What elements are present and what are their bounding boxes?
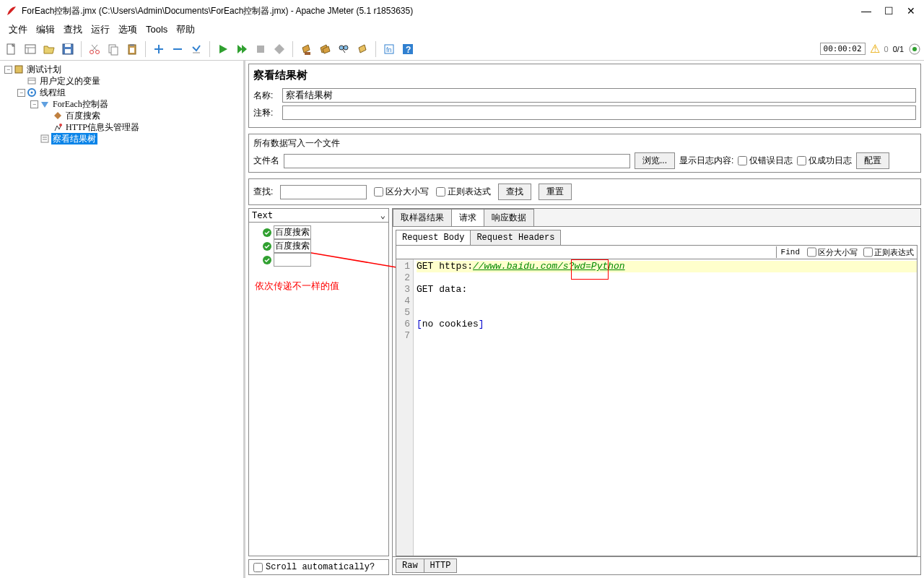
active-threads-icon: [908, 43, 921, 56]
reset-button[interactable]: 重置: [539, 184, 572, 200]
new-button[interactable]: [3, 40, 20, 58]
code-content: GET https://www.baidu.com/s?wd=Python GE…: [414, 259, 917, 556]
render-selector[interactable]: Text⌄: [248, 208, 389, 223]
result-item-selected[interactable]: 百度搜索: [274, 253, 311, 267]
save-button[interactable]: [59, 40, 77, 58]
subtab-request-body[interactable]: Request Body: [396, 230, 471, 245]
svg-rect-6: [65, 44, 71, 47]
start-button[interactable]: [214, 40, 232, 58]
right-panel: 察看结果树 名称: 注释: 所有数据写入一个文件 文件名 浏览... 显示日志内…: [245, 61, 924, 578]
tab-request[interactable]: 请求: [451, 209, 484, 226]
test-plan-tree[interactable]: −测试计划 用户定义的变量 −线程组 −ForEach控制器 百度搜索 HTTP…: [0, 61, 245, 578]
tree-node-foreach[interactable]: ForEach控制器: [51, 98, 110, 110]
warning-icon: ⚠: [870, 42, 880, 56]
filename-input[interactable]: [284, 154, 630, 168]
tree-node-results[interactable]: 察看结果树: [51, 133, 97, 144]
menu-tools[interactable]: Tools: [141, 22, 172, 36]
reset-search-button[interactable]: [354, 40, 371, 58]
function-helper-button[interactable]: fn: [380, 40, 398, 58]
tree-node-threadgroup[interactable]: 线程组: [38, 87, 67, 98]
tree-node-baidu[interactable]: 百度搜索: [64, 110, 102, 121]
clear-button[interactable]: [297, 40, 315, 58]
search-input[interactable]: [280, 185, 367, 199]
testplan-icon: [14, 64, 24, 74]
comment-label: 注释:: [253, 107, 282, 119]
svg-point-35: [31, 92, 33, 94]
maximize-button[interactable]: ☐: [884, 5, 894, 17]
btab-raw[interactable]: Raw: [396, 558, 424, 573]
result-items[interactable]: 百度搜索 百度搜索 百度搜索 依次传递不一样的值: [248, 223, 389, 556]
expand-button[interactable]: [150, 40, 167, 58]
copy-button[interactable]: [105, 40, 122, 58]
only-success-checkbox[interactable]: 仅成功日志: [797, 155, 852, 167]
browse-button[interactable]: 浏览...: [635, 152, 675, 169]
help-button[interactable]: ?: [399, 40, 417, 58]
svg-rect-20: [257, 46, 264, 53]
find-input[interactable]: [396, 246, 776, 259]
chevron-down-icon: ⌄: [380, 210, 385, 220]
case-checkbox[interactable]: 区分大小写: [374, 186, 429, 198]
file-section: 所有数据写入一个文件 文件名 浏览... 显示日志内容: 仅错误日志 仅成功日志…: [248, 134, 921, 173]
menu-file[interactable]: 文件: [4, 22, 32, 38]
comment-input[interactable]: [282, 105, 916, 120]
search-icon-button[interactable]: [335, 40, 352, 58]
stop-button[interactable]: [252, 40, 269, 58]
menu-options[interactable]: 选项: [114, 22, 141, 38]
tree-toggle[interactable]: −: [4, 66, 12, 74]
tree-node-headermgr[interactable]: HTTP信息头管理器: [64, 121, 141, 133]
tree-toggle[interactable]: −: [30, 100, 38, 108]
search-label: 查找:: [253, 186, 273, 198]
tree-node-testplan[interactable]: 测试计划: [25, 64, 63, 75]
svg-line-10: [92, 45, 97, 51]
svg-point-30: [912, 47, 917, 51]
subtab-request-headers[interactable]: Request Headers: [470, 230, 561, 245]
templates-button[interactable]: [22, 40, 39, 58]
menu-search[interactable]: 查找: [59, 22, 87, 38]
find-case-checkbox[interactable]: 区分大小写: [804, 246, 860, 259]
regex-checkbox[interactable]: 正则表达式: [436, 186, 491, 198]
tree-toggle[interactable]: −: [17, 89, 25, 97]
result-item[interactable]: 百度搜索: [274, 239, 311, 253]
header-manager-icon: [53, 122, 63, 132]
line-gutter: 1234567: [396, 259, 414, 556]
svg-point-22: [339, 46, 344, 50]
tab-sampler-result[interactable]: 取样器结果: [393, 209, 452, 226]
tab-response[interactable]: 响应数据: [484, 209, 534, 226]
controller-icon: [40, 99, 50, 109]
only-error-checkbox[interactable]: 仅错误日志: [738, 155, 793, 167]
code-area[interactable]: 1234567 GET https://www.baidu.com/s?wd=P…: [396, 259, 918, 556]
scroll-auto-checkbox[interactable]: Scroll automatically?: [248, 559, 389, 575]
collapse-button[interactable]: [169, 40, 186, 58]
shutdown-button[interactable]: [271, 40, 288, 58]
menu-help[interactable]: 帮助: [172, 22, 199, 38]
annotation-text: 依次传递不一样的值: [252, 280, 385, 293]
search-button[interactable]: 查找: [498, 184, 531, 200]
start-no-pause-button[interactable]: [233, 40, 250, 58]
paste-button[interactable]: [123, 40, 141, 58]
svg-point-23: [344, 46, 348, 50]
close-button[interactable]: ✕: [907, 5, 915, 17]
thread-count: 0/1: [893, 45, 904, 53]
find-regex-checkbox[interactable]: 正则表达式: [860, 246, 917, 259]
menu-edit[interactable]: 编辑: [32, 22, 59, 38]
svg-line-24: [343, 50, 345, 53]
tree-node-variables[interactable]: 用户定义的变量: [38, 75, 102, 87]
result-item[interactable]: 百度搜索: [274, 225, 311, 239]
name-label: 名称:: [253, 90, 282, 102]
menu-run[interactable]: 运行: [87, 22, 114, 38]
panel-title: 察看结果树: [253, 69, 916, 82]
svg-rect-15: [130, 48, 134, 53]
cut-button[interactable]: [86, 40, 103, 58]
svg-line-9: [92, 45, 97, 51]
find-button[interactable]: Find: [776, 246, 804, 258]
toggle-button[interactable]: [188, 40, 205, 58]
configure-button[interactable]: 配置: [856, 152, 889, 169]
svg-text:fn: fn: [386, 46, 392, 53]
btab-http[interactable]: HTTP: [424, 558, 458, 573]
name-input[interactable]: [282, 88, 916, 103]
minimize-button[interactable]: —: [861, 5, 871, 17]
clear-all-button[interactable]: [316, 40, 334, 58]
file-section-header: 所有数据写入一个文件: [253, 137, 916, 150]
open-button[interactable]: [40, 40, 58, 58]
svg-rect-37: [41, 135, 48, 142]
